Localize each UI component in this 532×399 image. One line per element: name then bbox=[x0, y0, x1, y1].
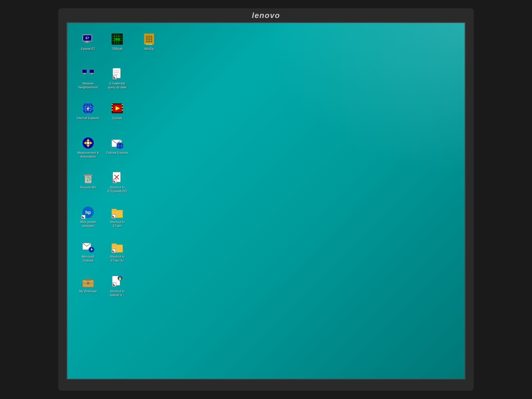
network-neighborhood-label: Network Neighborhood bbox=[77, 81, 99, 89]
my-briefcase-icon bbox=[81, 275, 95, 288]
e7waferdat-icon bbox=[111, 67, 124, 80]
svg-rect-28 bbox=[84, 73, 85, 74]
shortcut-e7epimetlpd-label: Shortcut to E7EpimetLPD bbox=[106, 185, 129, 193]
svg-rect-33 bbox=[90, 74, 93, 75]
measurement-automation-label: Measurement & Automation bbox=[77, 151, 99, 159]
icon-shortcut-e7spc[interactable]: Shortcut to E7spc bbox=[105, 204, 130, 238]
svg-point-24 bbox=[151, 41, 152, 42]
icon-outlook-express[interactable]: Outlook Express bbox=[105, 135, 130, 168]
shortcut-e7spc-3v-label: Shortcut to E7spc-3v bbox=[106, 255, 129, 263]
icon-960c-printer[interactable]: hp 960c printer assistant bbox=[76, 204, 101, 238]
icon-epimet-e7[interactable]: E7 Epimet E7 bbox=[76, 31, 101, 65]
icon-winzip[interactable]: WinZip WinZip bbox=[137, 31, 162, 65]
svg-rect-29 bbox=[83, 74, 86, 75]
svg-rect-2 bbox=[86, 41, 88, 42]
recycle-bin-icon bbox=[81, 171, 95, 184]
microsoft-outlook-icon bbox=[81, 240, 95, 254]
icon-shortcut-e7epimetlpd[interactable]: Shortcut to E7EpimetLPD bbox=[105, 170, 130, 203]
recycle-bin-label: Recycle Bin bbox=[80, 185, 96, 189]
svg-rect-50 bbox=[112, 104, 113, 105]
svg-rect-27 bbox=[82, 70, 87, 73]
svg-rect-68 bbox=[84, 175, 93, 176]
svg-rect-3 bbox=[84, 42, 90, 43]
svg-point-20 bbox=[149, 39, 150, 40]
internet-explorer-icon: e bbox=[81, 102, 95, 115]
epimet-label: Epimet bbox=[112, 116, 122, 120]
svg-rect-31 bbox=[89, 70, 94, 73]
960c-printer-label: 960c printer assistant bbox=[77, 220, 99, 228]
shortcut-epimet-d-icon bbox=[111, 275, 124, 288]
shortcut-e7spc-icon bbox=[111, 206, 124, 219]
icon-recycle-bin[interactable]: Recycle Bin bbox=[76, 170, 101, 203]
icon-my-briefcase[interactable]: My Briefcase bbox=[76, 274, 101, 307]
icon-network-neighborhood[interactable]: Network Neighborhood bbox=[76, 66, 101, 99]
7000util-label: 7000util bbox=[112, 47, 123, 51]
svg-rect-32 bbox=[91, 73, 93, 74]
svg-rect-80 bbox=[112, 209, 117, 211]
epimet-icon bbox=[111, 102, 124, 115]
icon-measurement-automation[interactable]: Measurement & Automation bbox=[76, 135, 101, 168]
winzip-icon: WinZip bbox=[142, 32, 156, 46]
internet-explorer-label: Internet Explorer bbox=[77, 116, 99, 120]
icon-grid: E7 Epimet E7 bbox=[73, 29, 167, 310]
svg-rect-55 bbox=[122, 109, 123, 111]
epimet-e7-label: Epimet E7 bbox=[81, 47, 95, 51]
svg-point-19 bbox=[146, 39, 147, 40]
svg-text:WinZip: WinZip bbox=[146, 43, 152, 45]
svg-point-22 bbox=[146, 41, 147, 42]
svg-rect-54 bbox=[122, 107, 123, 108]
epimet-e7-icon: E7 bbox=[81, 32, 95, 46]
shortcut-epimet-d-label: Shortcut to epimet d... bbox=[106, 289, 129, 297]
svg-point-21 bbox=[151, 39, 152, 40]
svg-rect-52 bbox=[112, 109, 113, 111]
svg-text:E7: E7 bbox=[86, 37, 89, 40]
icon-shortcut-e7spc-3v[interactable]: Shortcut to E7spc-3v bbox=[105, 239, 130, 272]
svg-text:hp: hp bbox=[85, 210, 91, 215]
microsoft-outlook-label: Microsoft Outlook bbox=[77, 255, 99, 263]
e7waferdat-label: E7waferdat query dy date bbox=[106, 81, 129, 89]
icon-e7waferdat[interactable]: E7waferdat query dy date bbox=[105, 66, 130, 99]
svg-rect-53 bbox=[122, 104, 123, 105]
measurement-automation-icon bbox=[81, 136, 95, 150]
svg-text:7000: 7000 bbox=[114, 38, 120, 41]
outlook-express-label: Outlook Express bbox=[106, 151, 129, 155]
shortcut-e7epimetlpd-icon bbox=[111, 171, 124, 184]
desktop: E7 Epimet E7 bbox=[67, 23, 465, 379]
svg-point-23 bbox=[149, 41, 150, 42]
monitor-brand: lenovo bbox=[252, 11, 280, 20]
monitor-frame: lenovo E7 Epimet E7 bbox=[58, 8, 474, 391]
svg-point-87 bbox=[91, 249, 92, 250]
svg-point-62 bbox=[87, 142, 89, 144]
svg-point-17 bbox=[149, 36, 150, 37]
icon-7000util[interactable]: 7000 7000util bbox=[105, 31, 130, 65]
icon-internet-explorer[interactable]: e Internet Explorer bbox=[76, 101, 101, 134]
shortcut-e7spc-3v-icon bbox=[111, 240, 124, 254]
svg-rect-51 bbox=[112, 107, 113, 108]
svg-rect-95 bbox=[88, 282, 89, 283]
svg-point-18 bbox=[151, 36, 152, 37]
7000util-icon: 7000 bbox=[111, 32, 124, 46]
svg-rect-89 bbox=[112, 244, 117, 245]
shortcut-e7spc-label: Shortcut to E7spc bbox=[106, 220, 129, 228]
svg-point-16 bbox=[146, 36, 147, 37]
svg-point-35 bbox=[88, 71, 89, 72]
icon-epimet[interactable]: Epimet bbox=[105, 101, 130, 134]
screen: E7 Epimet E7 bbox=[66, 22, 466, 380]
svg-rect-69 bbox=[86, 174, 90, 175]
icon-microsoft-outlook[interactable]: Microsoft Outlook bbox=[76, 239, 101, 272]
svg-text:e: e bbox=[87, 106, 89, 111]
network-neighborhood-icon bbox=[81, 67, 95, 80]
outlook-express-icon bbox=[111, 136, 124, 150]
960c-printer-icon: hp bbox=[81, 206, 95, 219]
winzip-label: WinZip bbox=[144, 47, 154, 51]
icon-shortcut-epimet-d[interactable]: Shortcut to epimet d... bbox=[105, 274, 130, 307]
my-briefcase-label: My Briefcase bbox=[79, 289, 97, 293]
